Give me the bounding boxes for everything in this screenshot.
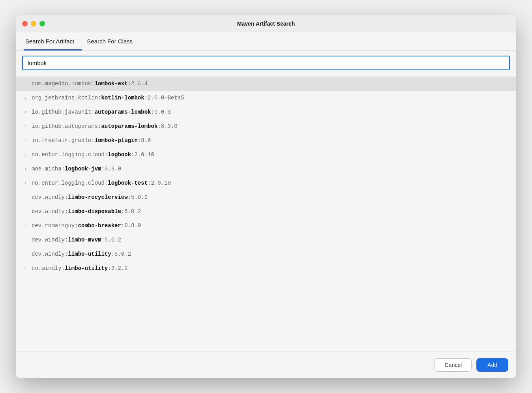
artifact-text: dev.windly:limbo-recyclerview:5.0.2 — [32, 194, 148, 200]
list-item[interactable]: ›io.github.autoparams:autoparams-lombok:… — [16, 119, 516, 133]
list-item[interactable]: ›co.windly:limbo-utility:3.2.2 — [16, 261, 516, 275]
search-input[interactable] — [22, 56, 510, 70]
chevron-icon: › — [22, 265, 29, 272]
list-item[interactable]: dev.windly:limbo-mvvm:5.0.2 — [16, 233, 516, 247]
artifact-text: dev.windly:limbo-disposable:5.0.2 — [32, 208, 141, 215]
maximize-button[interactable] — [39, 21, 45, 26]
artifact-text: com.mageddo.lombok:lombok-ext:2.4.4 — [32, 80, 148, 87]
chevron-icon: › — [22, 180, 29, 187]
list-item[interactable]: dev.windly:limbo-recyclerview:5.0.2 — [16, 190, 516, 204]
list-item[interactable]: ›io.github.javaunit:autoparams-lombok:0.… — [16, 105, 516, 119]
minimize-button[interactable] — [31, 21, 36, 26]
artifact-text: dev.romainguy:combo-breaker:0.8.0 — [32, 223, 141, 229]
close-button[interactable] — [22, 21, 28, 26]
chevron-icon: › — [22, 165, 29, 172]
title-bar: Maven Artifact Search — [16, 15, 516, 32]
list-item[interactable]: dev.windly:limbo-disposable:5.0.2 — [16, 204, 516, 219]
tab-search-class[interactable]: Search For Class — [85, 32, 140, 51]
list-item[interactable]: ›io.freefair.gradle:lombok-plugin:8.6 — [16, 133, 516, 148]
window-controls — [22, 21, 45, 26]
artifact-text: dev.windly:limbo-utility:5.0.2 — [32, 251, 131, 257]
artifact-text: co.windly:limbo-utility:3.2.2 — [32, 265, 128, 271]
artifact-text: dev.windly:limbo-mvvm:5.0.2 — [32, 237, 121, 243]
list-item[interactable]: ›moe.micha:logbook-jvm:0.3.0 — [16, 162, 516, 176]
tabs-bar: Search For Artifact Search For Class — [16, 32, 516, 51]
list-item[interactable]: ›dev.romainguy:combo-breaker:0.8.0 — [16, 219, 516, 233]
search-area — [16, 51, 516, 75]
chevron-icon: › — [22, 80, 29, 87]
artifact-text: no.entur.logging.cloud:logbook-test:2.0.… — [32, 180, 171, 186]
chevron-icon: › — [22, 151, 29, 158]
chevron-icon: › — [22, 94, 29, 101]
add-button[interactable]: Add — [476, 358, 508, 372]
list-item[interactable]: ›com.mageddo.lombok:lombok-ext:2.4.4 — [16, 77, 516, 91]
artifact-text: moe.micha:logbook-jvm:0.3.0 — [32, 166, 121, 172]
chevron-icon: › — [22, 222, 29, 229]
chevron-icon: › — [22, 109, 29, 116]
artifact-text: no.entur.logging.cloud:logbook:2.0.10 — [32, 152, 154, 158]
main-window: Maven Artifact Search Search For Artifac… — [16, 15, 516, 378]
list-item[interactable]: dev.windly:limbo-utility:5.0.2 — [16, 247, 516, 261]
tab-search-artifact[interactable]: Search For Artifact — [24, 32, 82, 51]
artifact-text: io.github.javaunit:autoparams-lombok:0.0… — [32, 109, 171, 115]
artifact-text: io.freefair.gradle:lombok-plugin:8.6 — [32, 137, 151, 144]
results-list[interactable]: ›com.mageddo.lombok:lombok-ext:2.4.4›org… — [16, 75, 516, 352]
list-item[interactable]: ›org.jetbrains.kotlin:kotlin-lombok:2.0.… — [16, 91, 516, 105]
artifact-text: org.jetbrains.kotlin:kotlin-lombok:2.0.0… — [32, 95, 184, 101]
chevron-icon: › — [22, 123, 29, 130]
footer: Cancel Add — [16, 352, 516, 378]
list-item[interactable]: ›no.entur.logging.cloud:logbook:2.0.10 — [16, 148, 516, 162]
cancel-button[interactable]: Cancel — [435, 358, 472, 372]
list-item[interactable]: ›no.entur.logging.cloud:logbook-test:2.0… — [16, 176, 516, 190]
artifact-text: io.github.autoparams:autoparams-lombok:8… — [32, 123, 178, 129]
chevron-icon: › — [22, 137, 29, 144]
window-title: Maven Artifact Search — [237, 21, 295, 27]
